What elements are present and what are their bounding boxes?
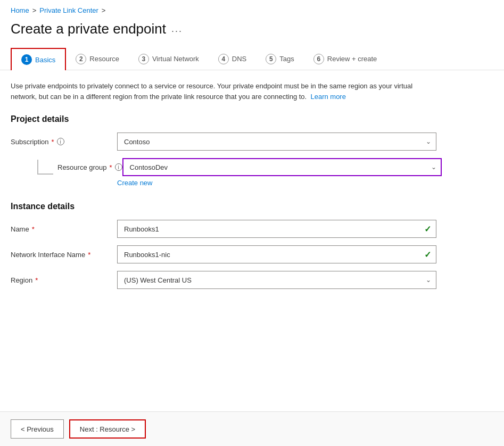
project-details-title: Project details: [11, 114, 493, 124]
page-title-dots: ...: [171, 23, 183, 35]
nic-row: Network Interface Name * ✓: [11, 245, 493, 263]
tab-resource-label: Resource: [89, 55, 119, 63]
create-new-container: Create new: [117, 178, 493, 191]
subscription-row: Subscription * i Contoso ⌄: [11, 133, 493, 151]
tab-basics-label: Basics: [35, 56, 55, 64]
tab-dns[interactable]: 4 DNS: [209, 48, 256, 70]
page-title-text: Create a private endpoint: [11, 21, 166, 37]
tab-num-5: 5: [266, 54, 276, 64]
tab-resource[interactable]: 2 Resource: [66, 48, 129, 70]
tab-num-2: 2: [76, 54, 86, 64]
name-required: *: [32, 225, 35, 233]
breadcrumb-sep2: >: [102, 6, 106, 14]
breadcrumb: Home > Private Link Center >: [0, 0, 504, 18]
breadcrumb-sep1: >: [32, 6, 37, 14]
resource-group-select[interactable]: ContosoDev: [122, 158, 442, 176]
resource-group-required: *: [110, 163, 112, 171]
tab-num-4: 4: [218, 54, 229, 64]
instance-details-title: Instance details: [11, 202, 493, 211]
resource-group-indent: Resource group * i: [11, 160, 122, 175]
name-select-wrapper: ✓: [117, 220, 436, 238]
page-title: Create a private endpoint ...: [0, 18, 504, 48]
tab-num-6: 6: [313, 54, 324, 64]
region-select-wrapper: (US) West Central US ⌄: [117, 271, 436, 289]
tab-tags-label: Tags: [279, 55, 294, 63]
subscription-select[interactable]: Contoso: [117, 133, 436, 151]
tab-num-1: 1: [21, 54, 32, 65]
name-label: Name *: [11, 225, 117, 233]
indent-line: [37, 160, 53, 175]
name-control: ✓: [117, 220, 436, 238]
subscription-control: Contoso ⌄: [117, 133, 436, 151]
subscription-required: *: [52, 138, 54, 146]
region-select[interactable]: (US) West Central US: [117, 271, 436, 289]
region-label: Region *: [11, 276, 117, 284]
create-new-link[interactable]: Create new: [117, 179, 152, 187]
breadcrumb-home[interactable]: Home: [11, 6, 29, 14]
bottom-bar: < Previous Next : Resource >: [0, 411, 504, 446]
region-row: Region * (US) West Central US ⌄: [11, 271, 493, 289]
nic-required: *: [88, 251, 90, 259]
tab-virtual-network[interactable]: 3 Virtual Network: [129, 48, 209, 70]
tab-num-3: 3: [138, 54, 149, 64]
subscription-label: Subscription * i: [11, 138, 117, 146]
region-required: *: [35, 276, 38, 284]
breadcrumb-private-link[interactable]: Private Link Center: [39, 6, 98, 14]
next-button[interactable]: Next : Resource >: [69, 419, 146, 439]
nic-input[interactable]: [117, 245, 436, 263]
resource-group-row: Resource group * i ContosoDev ⌄: [11, 158, 493, 176]
subscription-info-icon[interactable]: i: [57, 138, 64, 145]
subscription-select-wrapper: Contoso ⌄: [117, 133, 436, 151]
name-input[interactable]: [117, 220, 436, 238]
tab-basics[interactable]: 1 Basics: [11, 48, 66, 70]
tab-dns-label: DNS: [232, 55, 246, 63]
name-row: Name * ✓: [11, 220, 493, 238]
resource-group-control: ContosoDev ⌄: [122, 158, 442, 176]
learn-more-link[interactable]: Learn more: [310, 93, 345, 101]
info-text: Use private endpoints to privately conne…: [11, 81, 426, 102]
nic-label: Network Interface Name *: [11, 251, 117, 259]
tab-virtual-network-label: Virtual Network: [152, 55, 199, 63]
content-area: Use private endpoints to privately conne…: [0, 70, 504, 307]
tab-tags[interactable]: 5 Tags: [256, 48, 303, 70]
nic-control: ✓: [117, 245, 436, 263]
tab-review-create-label: Review + create: [327, 55, 377, 63]
tabs-bar: 1 Basics 2 Resource 3 Virtual Network 4 …: [0, 48, 504, 70]
resource-group-info-icon[interactable]: i: [115, 163, 122, 171]
region-control: (US) West Central US ⌄: [117, 271, 436, 289]
resource-group-label: Resource group * i: [57, 163, 122, 171]
tab-review-create[interactable]: 6 Review + create: [304, 48, 387, 70]
resource-group-select-wrapper: ContosoDev ⌄: [122, 158, 442, 176]
nic-select-wrapper: ✓: [117, 245, 436, 263]
previous-button[interactable]: < Previous: [11, 419, 64, 439]
